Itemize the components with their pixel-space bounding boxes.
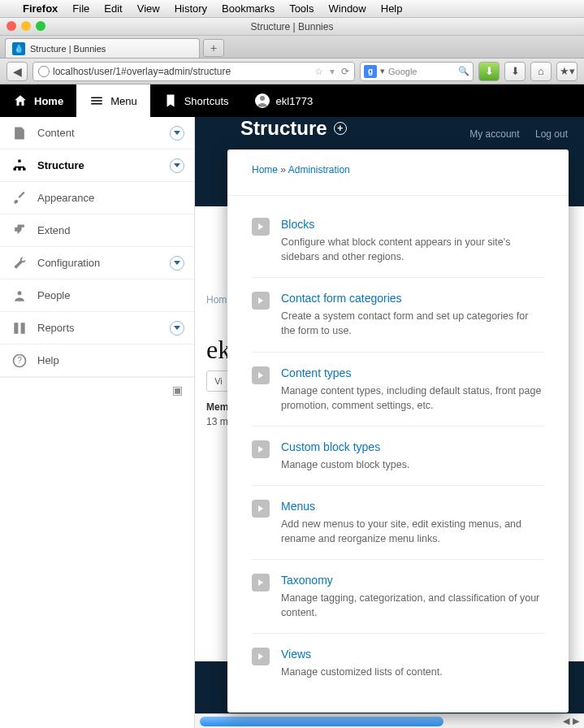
chevron-down-icon[interactable] bbox=[170, 126, 184, 141]
sidebar-item-content[interactable]: Content bbox=[0, 117, 194, 150]
tab-strip: 💧 Structure | Bunnies + bbox=[0, 36, 584, 58]
admin-item-contact: Contact form categories Create a system … bbox=[252, 278, 544, 352]
zoom-window-icon[interactable] bbox=[36, 21, 45, 31]
sidebar-label: Extend bbox=[37, 224, 70, 236]
new-tab-button[interactable]: + bbox=[203, 39, 224, 57]
admin-link[interactable]: Taxonomy bbox=[281, 574, 333, 587]
overlay-panel: Home » Administration Blocks Configure w… bbox=[227, 150, 569, 713]
site-user-links: My account Log out bbox=[456, 128, 568, 140]
add-shortcut-icon[interactable]: + bbox=[334, 122, 347, 135]
search-icon[interactable]: 🔍 bbox=[458, 66, 469, 76]
sidebar-item-appearance[interactable]: Appearance bbox=[0, 182, 194, 214]
backdrop-member-time: 13 m bbox=[206, 416, 228, 427]
close-window-icon[interactable] bbox=[6, 21, 16, 31]
menu-window[interactable]: Window bbox=[329, 2, 366, 15]
sidebar-item-extend[interactable]: Extend bbox=[0, 214, 194, 247]
address-bar[interactable]: localhost/user/1#overlay=admin/structure… bbox=[32, 62, 355, 81]
sidebar-item-help[interactable]: ? Help bbox=[0, 344, 194, 377]
google-icon: g bbox=[364, 65, 377, 78]
minimize-window-icon[interactable] bbox=[21, 21, 31, 31]
chevron-down-icon[interactable] bbox=[170, 158, 184, 173]
menu-view[interactable]: View bbox=[137, 2, 160, 15]
toolbar-menu[interactable]: Menu bbox=[76, 84, 150, 117]
structure-icon bbox=[11, 158, 28, 174]
admin-desc: Configure what block content appears in … bbox=[281, 235, 544, 264]
chevron-down-icon[interactable] bbox=[170, 256, 184, 271]
sidebar-label: Content bbox=[37, 127, 75, 139]
svg-text:?: ? bbox=[17, 356, 22, 365]
admin-link[interactable]: Contact form categories bbox=[281, 292, 402, 305]
bookmark-star-icon[interactable]: ☆ bbox=[314, 66, 323, 77]
home-button[interactable]: ⌂ bbox=[530, 62, 552, 81]
menu-help[interactable]: Help bbox=[381, 2, 403, 15]
breadcrumb-home[interactable]: Home bbox=[252, 164, 278, 176]
admin-link[interactable]: Custom block types bbox=[281, 440, 380, 453]
admin-item-views: Views Manage customized lists of content… bbox=[252, 634, 544, 692]
search-dropdown-icon[interactable]: ▾ bbox=[380, 66, 385, 76]
admin-link[interactable]: Blocks bbox=[281, 218, 314, 231]
sidebar-item-configuration[interactable]: Configuration bbox=[0, 247, 194, 280]
menu-bookmarks[interactable]: Bookmarks bbox=[222, 2, 275, 15]
scroll-left-icon[interactable]: ◀ bbox=[563, 716, 569, 726]
backdrop-home-crumb: Hom bbox=[206, 294, 227, 306]
admin-desc: Manage tagging, categorization, and clas… bbox=[281, 591, 544, 620]
svg-point-0 bbox=[260, 96, 265, 101]
chevron-right-icon bbox=[252, 366, 270, 384]
toolbar-home[interactable]: Home bbox=[0, 84, 76, 117]
overlay-title-text: Structure bbox=[240, 117, 327, 140]
admin-link[interactable]: Content types bbox=[281, 366, 351, 379]
toolbar-shortcuts[interactable]: Shortcuts bbox=[150, 84, 242, 117]
reload-icon[interactable]: ⟳ bbox=[341, 66, 349, 77]
collapse-icon: ▣ bbox=[172, 384, 183, 396]
logout-link[interactable]: Log out bbox=[535, 128, 568, 140]
scroll-right-icon[interactable]: ▶ bbox=[573, 716, 579, 726]
admin-list: Blocks Configure what block content appe… bbox=[227, 196, 569, 693]
url-toolbar: ◀ localhost/user/1#overlay=admin/structu… bbox=[0, 58, 584, 84]
scrollbar-thumb[interactable] bbox=[200, 717, 443, 726]
admin-item-taxonomy: Taxonomy Manage tagging, categorization,… bbox=[252, 560, 544, 634]
home-icon bbox=[13, 93, 28, 108]
toolbar-user[interactable]: ekl1773 bbox=[242, 84, 327, 117]
sidebar-item-people[interactable]: People bbox=[0, 280, 194, 312]
admin-item-content-types: Content types Manage content types, incl… bbox=[252, 353, 544, 427]
chevron-right-icon bbox=[252, 440, 270, 458]
menu-tools[interactable]: Tools bbox=[289, 2, 314, 15]
help-icon: ? bbox=[11, 353, 28, 369]
people-icon bbox=[11, 288, 28, 304]
url-text: localhost/user/1#overlay=admin/structure bbox=[53, 66, 231, 77]
horizontal-scrollbar[interactable]: ◀ ▶ bbox=[195, 713, 584, 728]
admin-link[interactable]: Views bbox=[281, 648, 311, 661]
chevron-down-icon[interactable] bbox=[170, 321, 184, 336]
menu-edit[interactable]: Edit bbox=[104, 2, 122, 15]
app-name[interactable]: Firefox bbox=[23, 2, 58, 15]
search-placeholder: Google bbox=[388, 67, 417, 76]
sidebar-collapse-button[interactable]: ▣ bbox=[0, 377, 194, 401]
admin-desc: Create a system contact form and set up … bbox=[281, 309, 544, 338]
breadcrumb: Home » Administration bbox=[227, 164, 569, 196]
bookmark-icon bbox=[163, 93, 178, 108]
window-titlebar: Structure | Bunnies bbox=[0, 18, 584, 36]
sidebar-label: People bbox=[37, 289, 70, 301]
search-box[interactable]: g ▾ Google 🔍 bbox=[360, 62, 474, 81]
extension-button[interactable]: ⬇ bbox=[478, 62, 500, 81]
sidebar-item-reports[interactable]: Reports bbox=[0, 312, 194, 344]
traffic-lights bbox=[6, 21, 45, 31]
admin-link[interactable]: Menus bbox=[281, 500, 315, 513]
sidebar-label: Structure bbox=[37, 159, 84, 171]
bookmarks-button[interactable]: ★▾ bbox=[556, 62, 578, 81]
breadcrumb-admin[interactable]: Administration bbox=[288, 164, 350, 176]
admin-item-blocks: Blocks Configure what block content appe… bbox=[252, 204, 544, 278]
back-button[interactable]: ◀ bbox=[6, 62, 28, 81]
browser-tab[interactable]: 💧 Structure | Bunnies bbox=[5, 38, 200, 58]
sidebar-label: Help bbox=[37, 354, 59, 366]
admin-item-menus: Menus Add new menus to your site, edit e… bbox=[252, 486, 544, 560]
my-account-link[interactable]: My account bbox=[469, 128, 519, 140]
sidebar-item-structure[interactable]: Structure bbox=[0, 150, 194, 182]
breadcrumb-sep: » bbox=[278, 164, 288, 176]
dropdown-icon[interactable]: ▾ bbox=[330, 66, 335, 77]
toolbar-home-label: Home bbox=[34, 95, 63, 107]
menu-history[interactable]: History bbox=[175, 2, 207, 15]
chevron-right-icon bbox=[252, 218, 270, 236]
menu-file[interactable]: File bbox=[72, 2, 89, 15]
downloads-button[interactable]: ⬇ bbox=[504, 62, 526, 81]
